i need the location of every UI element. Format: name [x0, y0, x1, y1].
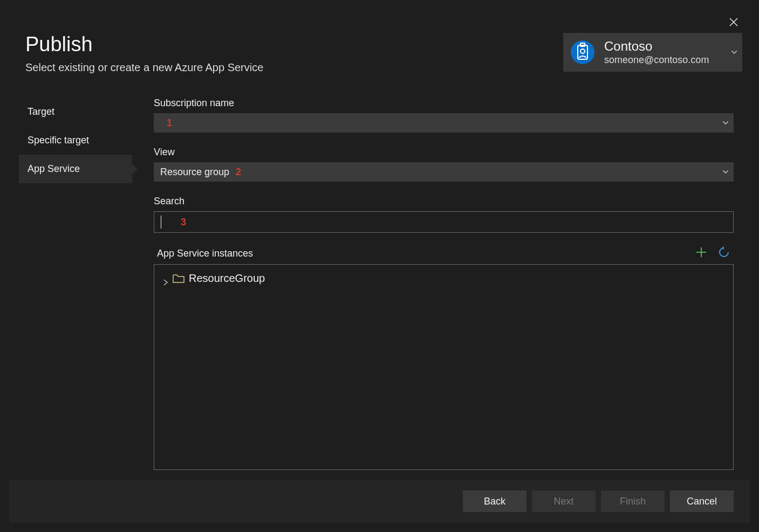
- annotation-2: 2: [236, 167, 241, 178]
- publish-dialog: Publish Select existing or create a new …: [9, 9, 750, 523]
- step-target[interactable]: Target: [19, 98, 132, 126]
- step-label: Target: [28, 106, 54, 117]
- svg-point-2: [571, 40, 594, 64]
- view-dropdown[interactable]: Resource group 2: [154, 162, 734, 182]
- finish-button: Finish: [601, 490, 665, 512]
- chevron-down-icon: [723, 121, 728, 125]
- search-input[interactable]: 3: [154, 211, 734, 233]
- folder-icon: [173, 274, 184, 284]
- badge-icon: [570, 39, 596, 65]
- chevron-down-icon: [731, 51, 737, 54]
- text-cursor: [161, 216, 161, 229]
- back-button[interactable]: Back: [463, 490, 526, 512]
- plus-icon: [696, 247, 707, 260]
- tree-item-label: ResourceGroup: [189, 272, 265, 285]
- close-icon: [729, 16, 738, 29]
- subscription-dropdown[interactable]: 1: [154, 113, 734, 133]
- add-button[interactable]: [695, 247, 708, 260]
- instances-label: App Service instances: [154, 248, 253, 259]
- refresh-icon: [718, 246, 730, 260]
- step-specific-target[interactable]: Specific target: [19, 126, 132, 155]
- tree-item-resource-group[interactable]: ResourceGroup: [160, 270, 728, 287]
- wizard-steps: Target Specific target App Service: [9, 98, 132, 470]
- account-selector[interactable]: Contoso someone@contoso.com: [563, 33, 742, 72]
- annotation-1: 1: [167, 118, 172, 129]
- account-name: Contoso: [604, 39, 709, 54]
- next-button: Next: [532, 490, 596, 512]
- close-button[interactable]: [725, 15, 742, 31]
- refresh-button[interactable]: [717, 247, 730, 260]
- annotation-3: 3: [181, 217, 186, 228]
- cancel-button[interactable]: Cancel: [670, 490, 734, 512]
- view-label: View: [154, 147, 734, 158]
- step-label: App Service: [28, 163, 80, 174]
- step-app-service[interactable]: App Service: [19, 155, 132, 183]
- instances-tree[interactable]: ResourceGroup: [154, 264, 734, 470]
- main-panel: Subscription name 1 View Resource group …: [132, 98, 750, 470]
- dialog-footer: Back Next Finish Cancel: [9, 480, 750, 523]
- subscription-label: Subscription name: [154, 98, 734, 109]
- account-email: someone@contoso.com: [604, 54, 709, 66]
- search-label: Search: [154, 196, 734, 207]
- view-value: Resource group: [160, 167, 229, 178]
- chevron-down-icon: [723, 170, 728, 174]
- caret-right-icon: [163, 276, 168, 281]
- step-label: Specific target: [28, 135, 89, 146]
